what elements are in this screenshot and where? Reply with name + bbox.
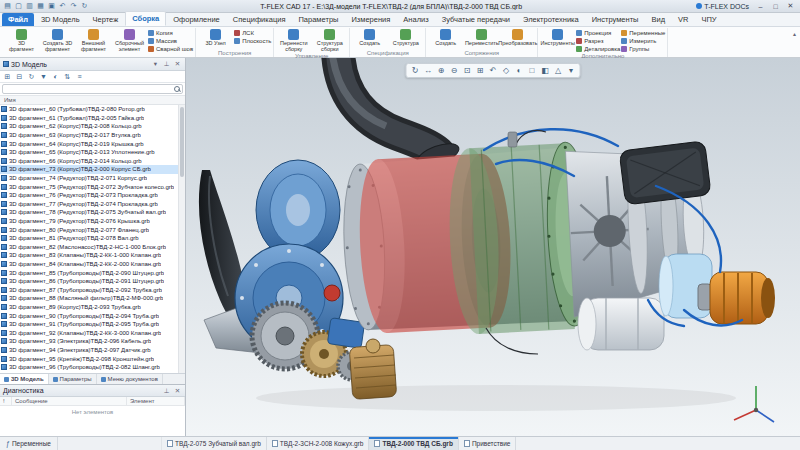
window-control-button[interactable]: □: [768, 1, 783, 12]
ribbon-tab[interactable]: Параметры: [292, 13, 344, 26]
viewport-toolbar-icon[interactable]: ◇: [501, 65, 512, 76]
ribbon-button[interactable]: 3D Узел: [198, 28, 233, 49]
ribbon-small-button[interactable]: ЛСК: [234, 29, 271, 36]
quick-access-icon[interactable]: ↻: [79, 1, 90, 12]
tree-item[interactable]: 3D фрагмент_76 (Редуктор)ТВД-2-073 Прокл…: [0, 191, 178, 200]
window-control-button[interactable]: ✕: [783, 1, 798, 12]
document-tab[interactable]: ТВД-2-000 ТВД СБ.grb: [369, 437, 458, 450]
ribbon-tab[interactable]: Электротехника: [517, 13, 585, 26]
viewport-toolbar-icon[interactable]: ◐: [514, 65, 525, 76]
viewport-toolbar-icon[interactable]: ↔: [423, 65, 434, 76]
ribbon-small-button[interactable]: Разрез: [576, 37, 620, 44]
tree-toolbar-icon[interactable]: ⇅: [62, 72, 73, 82]
tree-item[interactable]: 3D фрагмент_80 (Редуктор)ТВД-2-077 Флане…: [0, 225, 178, 234]
viewport-toolbar-icon[interactable]: ⊡: [462, 65, 473, 76]
quick-access-icon[interactable]: ↷: [68, 1, 79, 12]
quick-access-icon[interactable]: ▤: [2, 1, 13, 12]
tree-item[interactable]: 3D фрагмент_87 (Трубопроводы)ТВД-2-092 Т…: [0, 285, 178, 294]
ribbon-button[interactable]: Создать: [428, 28, 463, 49]
ribbon-button[interactable]: Переместить: [464, 28, 499, 49]
ribbon-button[interactable]: Создать: [352, 28, 387, 49]
quick-access-icon[interactable]: ▢: [13, 1, 24, 12]
quick-access-icon[interactable]: ▦: [35, 1, 46, 12]
ribbon-tab[interactable]: 3D Модель: [35, 13, 86, 26]
scrollbar-thumb[interactable]: [180, 107, 184, 177]
tree-item[interactable]: 3D фрагмент_81 (Редуктор)ТВД-2-078 Вал.g…: [0, 234, 178, 243]
variables-panel-tab[interactable]: ƒ Переменные: [0, 437, 58, 450]
ribbon-tab[interactable]: Чертеж: [87, 13, 125, 26]
ribbon-button[interactable]: Преобразовать: [500, 28, 535, 49]
tree-item[interactable]: 3D фрагмент_92 (Клапаны)ТВД-2-КК-3-000 К…: [0, 328, 178, 337]
viewport-toolbar-icon[interactable]: ↶: [488, 65, 499, 76]
viewport-toolbar-icon[interactable]: ▾: [566, 65, 577, 76]
tree-item[interactable]: 3D фрагмент_90 (Трубопроводы)ТВД-2-094 Т…: [0, 311, 178, 320]
tree-item[interactable]: 3D фрагмент_73 (Корпус)ТВД-2-000 Корпус …: [0, 165, 178, 174]
ribbon-tab[interactable]: Сборка: [125, 11, 166, 26]
tree-toolbar-icon[interactable]: ⊞: [2, 72, 13, 82]
ribbon-small-button[interactable]: Копия: [148, 29, 193, 36]
tree-toolbar-icon[interactable]: ↻: [26, 72, 37, 82]
tree-item[interactable]: 3D фрагмент_89 (Корпус)ТВД-2-093 Трубка.…: [0, 303, 178, 312]
tree-scrollbar[interactable]: [178, 105, 185, 373]
ribbon-button[interactable]: Структура сборки: [312, 28, 347, 52]
tree-item[interactable]: 3D фрагмент_83 (Клапаны)ТВД-2-КК-1-000 К…: [0, 251, 178, 260]
tflex-docs-button[interactable]: T-FLEX DOCs: [692, 3, 753, 10]
ribbon-tab[interactable]: Оформление: [167, 13, 226, 26]
ribbon-tab[interactable]: Измерения: [345, 13, 396, 26]
tree-item[interactable]: 3D фрагмент_85 (Трубопроводы)ТВД-2-090 Ш…: [0, 268, 178, 277]
viewport-toolbar-icon[interactable]: ↻: [410, 65, 421, 76]
ribbon-tab[interactable]: Спецификация: [227, 13, 292, 26]
ribbon-button[interactable]: Структура: [388, 28, 423, 49]
tree-toolbar-icon[interactable]: ◐: [50, 72, 61, 82]
tree-item[interactable]: 3D фрагмент_95 (Крепёж)ТВД-2-098 Кронште…: [0, 354, 178, 363]
chevron-down-icon[interactable]: ▾: [151, 60, 160, 68]
viewport-toolbar-icon[interactable]: ⊖: [449, 65, 460, 76]
pin-icon[interactable]: ⊥: [162, 60, 171, 68]
tree-item[interactable]: 3D фрагмент_62 (Корпус)ТВД-2-008 Кольцо.…: [0, 122, 178, 131]
window-control-button[interactable]: –: [753, 1, 768, 12]
3d-viewport-canvas[interactable]: [186, 58, 800, 436]
ribbon-button[interactable]: Сборочный элемент: [112, 28, 147, 52]
tree-item[interactable]: 3D фрагмент_64 (Корпус)ТВД-2-019 Крышка.…: [0, 139, 178, 148]
ribbon-tab[interactable]: VR: [672, 13, 694, 26]
panel-tab[interactable]: 3D Модель: [0, 374, 49, 384]
ribbon-button[interactable]: Внешний фрагмент: [76, 28, 111, 52]
ribbon-tab[interactable]: Анализ: [397, 13, 434, 26]
ribbon-button[interactable]: Инструменты: [540, 28, 575, 52]
document-tab[interactable]: ТВД-2-075 Зубчатый вал.grb: [162, 437, 267, 450]
tree-item[interactable]: 3D фрагмент_79 (Редуктор)ТВД-2-076 Крышк…: [0, 217, 178, 226]
viewport-toolbar-icon[interactable]: ⊞: [475, 65, 486, 76]
ribbon-collapse-icon[interactable]: ▴: [791, 28, 798, 39]
tree-toolbar-icon[interactable]: ≡: [74, 72, 85, 82]
ribbon-small-button[interactable]: Проекция: [576, 29, 620, 36]
tree-item[interactable]: 3D фрагмент_77 (Редуктор)ТВД-2-074 Прокл…: [0, 200, 178, 209]
ribbon-small-button[interactable]: Измерить: [621, 37, 665, 44]
tree-item[interactable]: 3D фрагмент_91 (Трубопроводы)ТВД-2-095 Т…: [0, 320, 178, 329]
close-icon[interactable]: ✕: [173, 60, 182, 68]
3d-viewport[interactable]: ↻ ↔ ⊕ ⊖ ⊡ ⊞: [186, 58, 800, 436]
tree-item[interactable]: 3D фрагмент_93 (Электрика)ТВД-2-096 Кабе…: [0, 337, 178, 346]
panel-tab[interactable]: Меню документов: [97, 374, 163, 384]
document-tab[interactable]: ТВД-2-3СН-2-008 Кожух.grb: [267, 437, 370, 450]
tree-search-input[interactable]: [5, 86, 172, 92]
tree-item[interactable]: 3D фрагмент_86 (Трубопроводы)ТВД-2-091 Ш…: [0, 277, 178, 286]
ribbon-tab[interactable]: Зубчатые передачи: [436, 13, 516, 26]
quick-access-icon[interactable]: ↶: [57, 1, 68, 12]
quick-access-icon[interactable]: ▣: [46, 1, 57, 12]
tree-toolbar-icon[interactable]: ⊟: [14, 72, 25, 82]
close-icon[interactable]: ✕: [173, 387, 182, 395]
document-tab[interactable]: Приветствие: [459, 437, 517, 450]
tree-item[interactable]: 3D фрагмент_65 (Корпус)ТВД-2-013 Уплотне…: [0, 148, 178, 157]
tree-toolbar-icon[interactable]: ▼: [38, 72, 49, 82]
viewport-toolbar-icon[interactable]: ⊕: [436, 65, 447, 76]
quick-access-icon[interactable]: ▥: [24, 1, 35, 12]
tree-item[interactable]: 3D фрагмент_63 (Корпус)ТВД-2-017 Втулка.…: [0, 131, 178, 140]
tree-item[interactable]: 3D фрагмент_94 (Электрика)ТВД-2-097 Датч…: [0, 346, 178, 355]
ribbon-small-button[interactable]: Массив: [148, 37, 193, 44]
ribbon-small-button[interactable]: Переменные: [621, 29, 665, 36]
tree-item[interactable]: 3D фрагмент_82 (Маслонасос)ТВД-2-НС-1-00…: [0, 243, 178, 252]
viewport-toolbar-icon[interactable]: □: [527, 65, 538, 76]
ribbon-small-button[interactable]: Сварной шов: [148, 45, 193, 52]
ribbon-small-button[interactable]: Деталировка: [576, 45, 620, 52]
ribbon-button[interactable]: Перенести сборку: [276, 28, 311, 52]
